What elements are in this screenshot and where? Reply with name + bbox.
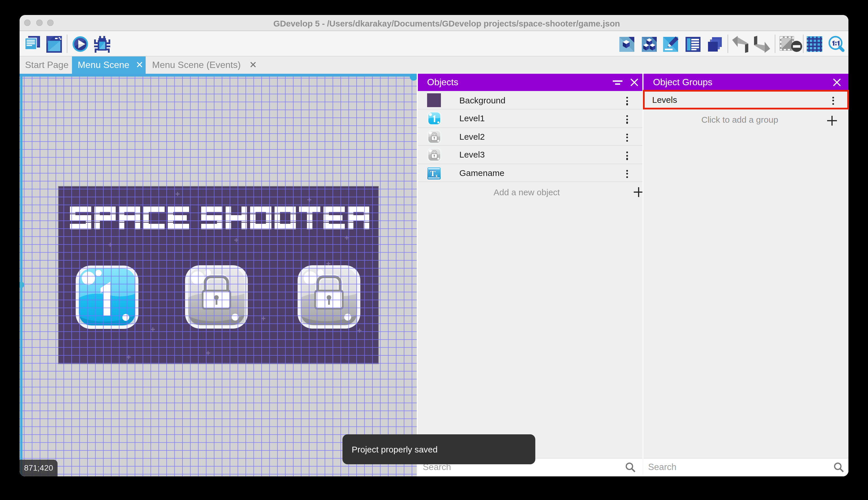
svg-text:x: x [435, 172, 438, 178]
svg-text:T: T [430, 168, 435, 178]
